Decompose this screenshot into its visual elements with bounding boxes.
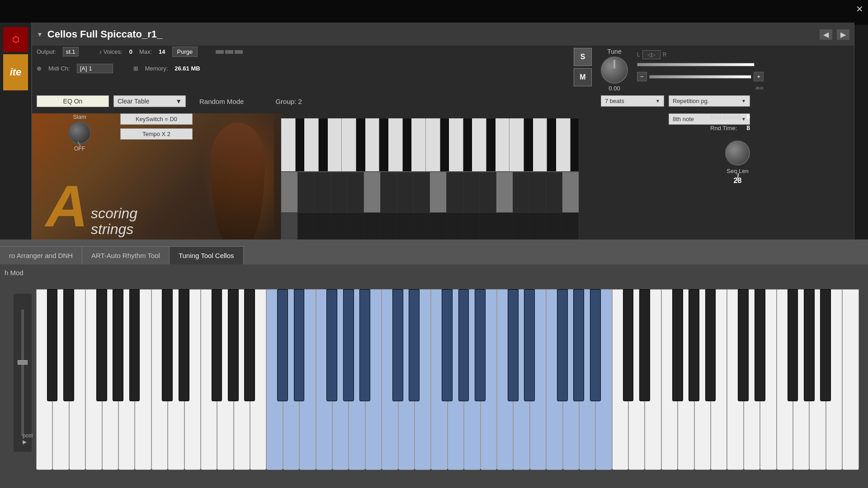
- slam-knob[interactable]: [68, 122, 91, 144]
- seq-key-black-3[interactable]: [356, 118, 365, 171]
- piano-black-key[interactable]: [294, 289, 305, 401]
- clear-table-dropdown[interactable]: Clear Table ▼: [113, 95, 186, 107]
- beats-dropdown[interactable]: 7 beats ▼: [601, 95, 664, 107]
- beat-12[interactable]: [463, 172, 480, 212]
- tab-arranger[interactable]: ro Arranger and DNH: [0, 246, 82, 264]
- seq-key-13[interactable]: [533, 118, 547, 171]
- seq-key-8[interactable]: [426, 118, 440, 171]
- beat-18[interactable]: [562, 172, 579, 212]
- close-button[interactable]: ✕: [856, 4, 863, 14]
- piano-black-key[interactable]: [524, 289, 535, 401]
- beat-3[interactable]: [314, 172, 331, 212]
- piano-black-key[interactable]: [162, 289, 173, 401]
- seq-key-1[interactable]: [281, 118, 296, 171]
- piano-black-key[interactable]: [820, 289, 831, 401]
- seq-key-black-8[interactable]: [486, 118, 495, 171]
- beat-16[interactable]: [529, 172, 546, 212]
- seq-key-3[interactable]: [328, 118, 342, 171]
- piano-white-key-last[interactable]: [842, 289, 859, 470]
- seq-key-7[interactable]: [411, 118, 426, 171]
- slider-thumb[interactable]: [18, 360, 28, 365]
- seq-key-black-7[interactable]: [463, 118, 472, 171]
- seq-key-black-4[interactable]: [379, 118, 388, 171]
- seq-key-12[interactable]: [509, 118, 524, 171]
- repetition-dropdown[interactable]: Repetition pg. ▼: [669, 95, 750, 107]
- piano-black-key[interactable]: [179, 289, 189, 401]
- piano-black-key[interactable]: [343, 289, 354, 401]
- beat-14[interactable]: [496, 172, 513, 212]
- seq-key-11[interactable]: [495, 118, 510, 171]
- beat-15[interactable]: [513, 172, 530, 212]
- vol-slider-2[interactable]: [649, 75, 752, 79]
- piano-black-key[interactable]: [804, 289, 815, 401]
- piano-black-key[interactable]: [113, 289, 123, 401]
- seq-key-4[interactable]: [342, 118, 356, 171]
- piano-black-key[interactable]: [590, 289, 601, 401]
- s-button[interactable]: S: [574, 48, 592, 66]
- vol-plus-button[interactable]: +: [754, 72, 764, 81]
- piano-black-key[interactable]: [475, 289, 486, 401]
- tab-art[interactable]: ART-Auto Rhythm Tool: [82, 246, 170, 264]
- piano-black-key[interactable]: [788, 289, 798, 401]
- volume-slider[interactable]: [637, 63, 755, 66]
- piano-black-key[interactable]: [129, 289, 140, 401]
- seq-key-10[interactable]: [472, 118, 486, 171]
- piano-black-key[interactable]: [244, 289, 255, 401]
- beat-11[interactable]: [447, 172, 463, 212]
- piano-black-key[interactable]: [442, 289, 453, 401]
- eq-on-button[interactable]: EQ On: [37, 95, 109, 107]
- seq-key-black-2[interactable]: [319, 118, 327, 171]
- seq-key-6[interactable]: [388, 118, 403, 171]
- seq-key-2[interactable]: [304, 118, 319, 171]
- tempo-button[interactable]: Tempo X 2: [120, 128, 193, 140]
- beat-9[interactable]: [414, 172, 430, 212]
- seq-key-black-10[interactable]: [547, 118, 556, 171]
- beat-5[interactable]: [347, 172, 364, 212]
- piano-black-key[interactable]: [392, 289, 403, 401]
- tune-knob[interactable]: [601, 56, 628, 84]
- piano-black-key[interactable]: [47, 289, 58, 401]
- piano-black-key[interactable]: [705, 289, 716, 401]
- seq-key-14[interactable]: [556, 118, 571, 171]
- piano-black-key[interactable]: [228, 289, 239, 401]
- beat-8[interactable]: [397, 172, 414, 212]
- beat-7[interactable]: [381, 172, 397, 212]
- nav-prev-button[interactable]: ◀: [820, 29, 832, 40]
- piano-black-key[interactable]: [639, 289, 650, 401]
- piano-black-key[interactable]: [508, 289, 519, 401]
- output-select[interactable]: st.1: [63, 47, 79, 56]
- piano-black-key[interactable]: [738, 289, 749, 401]
- seq-key-black-1[interactable]: [296, 118, 304, 171]
- seq-key-black-6[interactable]: [440, 118, 449, 171]
- beat-17[interactable]: [546, 172, 563, 212]
- piano-black-key[interactable]: [277, 289, 288, 401]
- vol-minus-button[interactable]: −: [637, 72, 647, 81]
- piano-black-key[interactable]: [573, 289, 584, 401]
- instrument-dropdown-arrow[interactable]: ▼: [37, 31, 43, 38]
- nav-next-button[interactable]: ▶: [837, 29, 849, 40]
- midi-select[interactable]: [A] 1: [77, 64, 113, 73]
- piano-black-key[interactable]: [326, 289, 337, 401]
- beat-1[interactable]: [281, 172, 298, 212]
- piano-black-key[interactable]: [672, 289, 683, 401]
- beat-13[interactable]: [480, 172, 496, 212]
- piano-black-key[interactable]: [409, 289, 420, 401]
- beat-6[interactable]: [364, 172, 381, 212]
- piano-black-key[interactable]: [458, 289, 469, 401]
- piano-black-key[interactable]: [63, 289, 74, 401]
- seq-len-knob[interactable]: [725, 141, 750, 165]
- beat-2[interactable]: [298, 172, 315, 212]
- piano-black-key[interactable]: [755, 289, 765, 401]
- m-button[interactable]: M: [574, 68, 592, 86]
- piano-black-key[interactable]: [623, 289, 634, 401]
- seq-key-black-9[interactable]: [524, 118, 533, 171]
- piano-black-key[interactable]: [557, 289, 568, 401]
- seq-key-9[interactable]: [449, 118, 463, 171]
- beat-10[interactable]: [430, 172, 447, 212]
- beat-4[interactable]: [331, 172, 348, 212]
- keyswitch-button[interactable]: KeySwitch = D0: [120, 113, 193, 125]
- seq-key-black-11[interactable]: [571, 118, 579, 171]
- seq-key-black-5[interactable]: [403, 118, 411, 171]
- purge-button[interactable]: Purge: [172, 47, 198, 57]
- piano-black-key[interactable]: [96, 289, 107, 401]
